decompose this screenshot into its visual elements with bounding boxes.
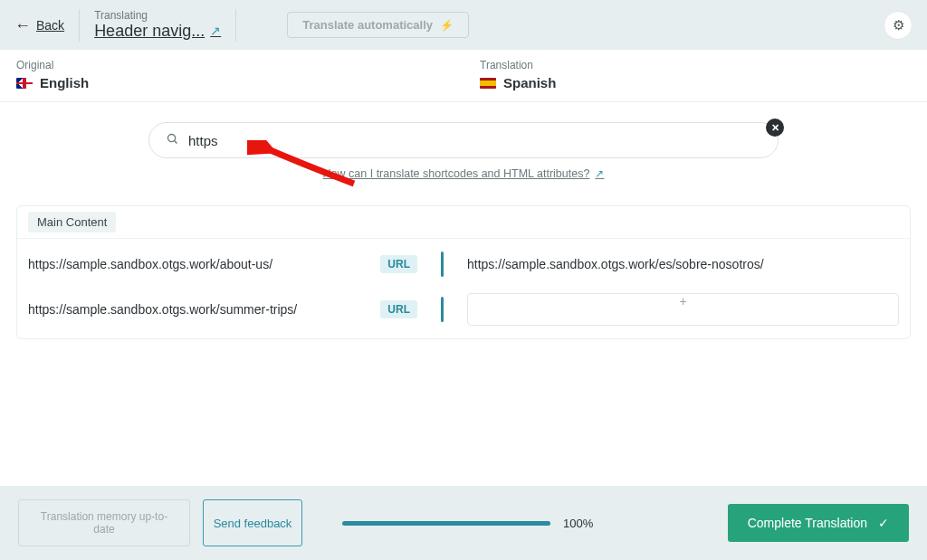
target-url: https://sample.sandbox.otgs.work/es/sobr… xyxy=(467,257,764,271)
bolt-icon: ⚡ xyxy=(440,19,454,32)
tm-status-text: Translation memory up-to-date xyxy=(33,510,175,536)
help-link-text: How can I translate shortcodes and HTML … xyxy=(323,167,590,180)
original-language-column: Original English xyxy=(0,50,464,101)
row-separator xyxy=(441,252,444,277)
row-separator xyxy=(441,297,444,322)
source-cell[interactable]: https://sample.sandbox.otgs.work/summer-… xyxy=(28,300,417,318)
complete-label: Complete Translation xyxy=(748,516,867,530)
source-url: https://sample.sandbox.otgs.work/about-u… xyxy=(28,257,373,271)
url-chip: URL xyxy=(380,300,417,318)
svg-point-0 xyxy=(168,135,176,142)
uk-flag-icon xyxy=(16,78,33,89)
translating-status: Translating xyxy=(94,9,221,22)
translation-row: https://sample.sandbox.otgs.work/about-u… xyxy=(17,239,910,289)
progress-bar xyxy=(342,521,550,526)
svg-line-1 xyxy=(175,141,177,144)
spain-flag-icon xyxy=(480,78,496,89)
page-title[interactable]: Header navig... ↗ xyxy=(94,22,221,42)
translation-label: Translation xyxy=(480,59,911,71)
title-text: Header navig... xyxy=(94,22,205,42)
back-label: Back xyxy=(36,18,64,33)
close-icon: ✕ xyxy=(771,122,779,134)
source-cell[interactable]: https://sample.sandbox.otgs.work/about-u… xyxy=(28,255,417,273)
external-link-icon: ↗ xyxy=(595,167,604,180)
target-cell: + xyxy=(467,293,899,326)
translation-memory-status: Translation memory up-to-date xyxy=(18,499,190,546)
translation-language-name: Spanish xyxy=(503,75,556,90)
clear-search-button[interactable]: ✕ xyxy=(766,119,784,137)
separator xyxy=(79,9,80,42)
gear-icon: ⚙ xyxy=(893,17,904,33)
separator xyxy=(235,9,236,42)
settings-button[interactable]: ⚙ xyxy=(884,11,913,40)
top-bar: ← Back Translating Header navig... ↗ Tra… xyxy=(0,0,927,50)
search-icon xyxy=(166,132,179,148)
content-panel: Main Content https://sample.sandbox.otgs… xyxy=(16,205,911,339)
translation-row: https://sample.sandbox.otgs.work/summer-… xyxy=(17,289,910,338)
search-pill xyxy=(148,122,779,158)
target-cell[interactable]: https://sample.sandbox.otgs.work/es/sobr… xyxy=(467,256,899,272)
original-language-name: English xyxy=(40,75,89,90)
back-button[interactable]: ← Back xyxy=(14,17,64,33)
target-input-empty[interactable]: + xyxy=(467,293,899,326)
search-area: ✕ How can I translate shortcodes and HTM… xyxy=(0,122,927,180)
title-block: Translating Header navig... ↗ xyxy=(94,9,221,42)
complete-translation-button[interactable]: Complete Translation ✓ xyxy=(728,504,909,542)
help-link[interactable]: How can I translate shortcodes and HTML … xyxy=(323,167,605,180)
section-badge: Main Content xyxy=(28,212,116,233)
language-header: Original English Translation Spanish xyxy=(0,50,927,102)
external-link-icon: ↗ xyxy=(210,24,221,39)
arrow-left-icon: ← xyxy=(14,17,31,33)
feedback-label: Send feedback xyxy=(214,517,292,530)
check-icon: ✓ xyxy=(878,516,889,530)
url-chip: URL xyxy=(380,255,417,273)
translate-automatically-button[interactable]: Translate automatically ⚡ xyxy=(287,12,469,38)
progress-percent: 100% xyxy=(563,517,593,530)
source-url: https://sample.sandbox.otgs.work/summer-… xyxy=(28,302,373,317)
auto-translate-label: Translate automatically xyxy=(302,18,433,32)
original-language: English xyxy=(16,75,447,90)
search-input[interactable] xyxy=(188,133,761,148)
bottom-bar: Translation memory up-to-date Send feedb… xyxy=(0,486,927,560)
translation-language-column: Translation Spanish xyxy=(464,50,927,101)
panel-header: Main Content xyxy=(17,206,910,239)
progress-area: 100% xyxy=(315,517,715,530)
send-feedback-button[interactable]: Send feedback xyxy=(203,499,302,546)
original-label: Original xyxy=(16,59,447,71)
translation-language: Spanish xyxy=(480,75,911,90)
